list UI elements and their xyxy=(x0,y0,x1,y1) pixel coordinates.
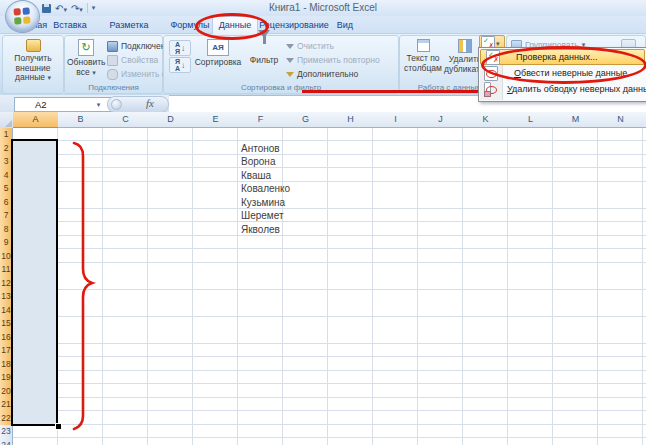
cell-F2[interactable]: Антонов xyxy=(241,143,283,155)
refresh-icon: ↻ xyxy=(78,39,94,56)
column-header-N[interactable]: N xyxy=(598,112,644,128)
redo-dropdown-icon: ▾ xyxy=(79,6,83,13)
tab-vid[interactable]: Вид xyxy=(330,17,360,33)
filter-button[interactable]: Фильтр xyxy=(246,38,282,66)
row-header-24[interactable]: 24 xyxy=(0,439,13,445)
column-header-D[interactable]: D xyxy=(148,112,194,128)
column-header-G[interactable]: G xyxy=(283,112,329,128)
group-get-external-data: Получить внешние данные ▾ xyxy=(2,35,64,94)
sort-za-button[interactable]: ЯА ↓ xyxy=(169,57,191,73)
annotation-ellipse-data-tab xyxy=(195,13,269,40)
advanced-filter-button[interactable]: Дополнительно xyxy=(286,68,358,80)
undo-button[interactable]: ↶▾ xyxy=(55,3,67,14)
column-header-F[interactable]: F xyxy=(238,112,284,128)
properties-icon xyxy=(107,55,118,66)
formula-bar-circle-icon xyxy=(111,99,122,110)
refresh-all-button[interactable]: ↻ Обновить все ▾ xyxy=(67,38,105,77)
connections-icon xyxy=(107,41,118,52)
external-data-icon xyxy=(26,39,41,52)
insert-function-button[interactable]: fx xyxy=(146,97,154,109)
clear-filter-icon xyxy=(286,44,294,49)
column-header-K[interactable]: K xyxy=(463,112,509,128)
reapply-icon xyxy=(286,58,294,63)
clear-filter-button: Очистить xyxy=(286,40,334,52)
column-header-J[interactable]: J xyxy=(418,112,464,128)
qat-separator xyxy=(87,3,88,13)
group-sort-filter: АЯ ↓ ЯА ↓ АЯ Сортировка Фильтр Очистить … xyxy=(163,35,399,94)
column-header-M[interactable]: M xyxy=(553,112,599,128)
group-connections: ↻ Обновить все ▾ Подключения Свойства Из… xyxy=(64,35,163,94)
quick-access-toolbar: ↶▾ ↷▾ ▾ xyxy=(42,1,95,15)
sort-button[interactable]: АЯ Сортировка xyxy=(192,38,244,68)
cell-F5[interactable]: Коваленко xyxy=(241,183,283,195)
reapply-button: Применить повторно xyxy=(286,54,380,66)
office-logo-icon xyxy=(13,7,30,24)
redo-button[interactable]: ↷▾ xyxy=(71,3,83,14)
cell-F8[interactable]: Якволев xyxy=(241,224,283,236)
text-to-columns-icon xyxy=(417,39,430,52)
window-title: Книга1 - Microsoft Excel xyxy=(0,2,646,13)
dropdown-icon: ▾ xyxy=(47,74,51,81)
office-button[interactable] xyxy=(5,0,40,33)
column-header-H[interactable]: H xyxy=(328,112,374,128)
cell-F3[interactable]: Ворона xyxy=(241,156,283,168)
annotation-underline xyxy=(302,90,479,93)
column-header-L[interactable]: L xyxy=(508,112,554,128)
filter-funnel-icon xyxy=(257,39,271,54)
cell-grid[interactable] xyxy=(13,128,646,445)
sort-dialog-icon: АЯ xyxy=(207,39,229,56)
column-header-E[interactable]: E xyxy=(193,112,239,128)
text-to-columns-button[interactable]: Текст по столбцам xyxy=(401,38,445,73)
edit-links-icon xyxy=(107,69,118,80)
sort-az-button[interactable]: АЯ ↓ xyxy=(169,40,191,56)
dropdown-icon: ▾ xyxy=(92,69,96,76)
row-header-23[interactable]: 23 xyxy=(0,425,13,440)
annotation-ellipse-data-validation xyxy=(481,46,646,84)
annotation-curly-brace xyxy=(68,136,100,436)
customize-qat-button[interactable]: ▾ xyxy=(92,4,96,12)
cell-F4[interactable]: Кваша xyxy=(241,170,283,182)
sort-az-arrow-icon: ↓ xyxy=(181,44,185,53)
get-external-data-button[interactable]: Получить внешние данные ▾ xyxy=(3,38,63,83)
remove-duplicates-icon xyxy=(458,39,472,53)
cell-F7[interactable]: Шеремет xyxy=(241,210,283,222)
column-header-I[interactable]: I xyxy=(373,112,419,128)
name-box-dropdown-icon[interactable]: ▾ xyxy=(92,97,105,112)
select-all-corner[interactable] xyxy=(0,112,14,129)
fill-handle[interactable] xyxy=(55,423,62,430)
column-header-A[interactable]: A xyxy=(13,112,59,128)
cell-F6[interactable]: Кузьмина xyxy=(241,197,283,209)
clear-circles-icon xyxy=(484,82,491,97)
tab-razmetka[interactable]: Разметка страницы xyxy=(90,17,168,33)
column-header-B[interactable]: B xyxy=(58,112,104,128)
group-title-connections: Подключения xyxy=(65,83,162,92)
advanced-filter-icon xyxy=(286,72,294,77)
save-icon[interactable] xyxy=(42,4,51,13)
sort-za-arrow-icon: ↓ xyxy=(181,61,185,70)
selection-border xyxy=(11,139,58,426)
column-header-C[interactable]: C xyxy=(103,112,149,128)
tab-vstavka[interactable]: Вставка xyxy=(50,17,90,33)
undo-dropdown-icon: ▾ xyxy=(63,6,67,13)
properties-button: Свойства xyxy=(107,54,158,66)
